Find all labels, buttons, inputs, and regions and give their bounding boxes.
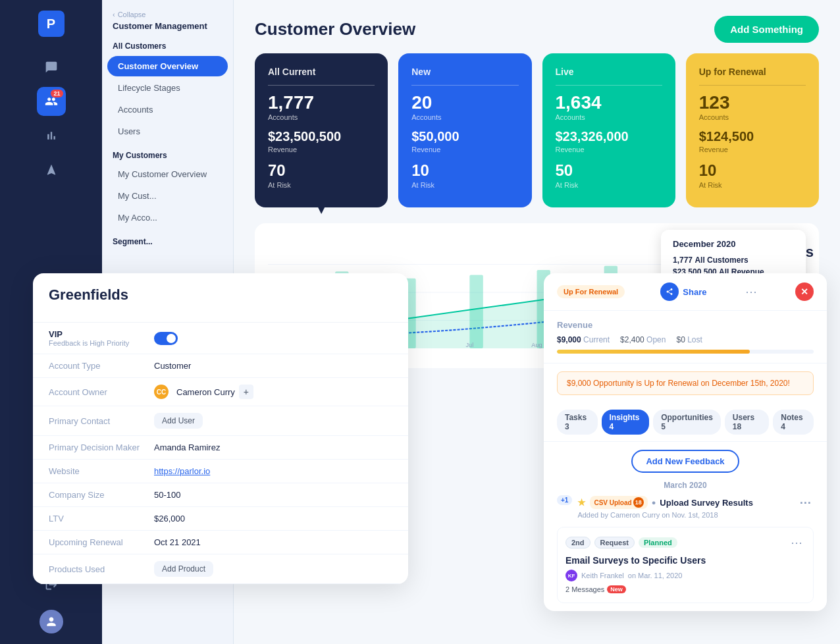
nav-item-label: Customer Overview — [118, 61, 198, 71]
ltv-label: LTV — [49, 514, 154, 523]
toggle-background — [154, 332, 178, 345]
add-product-button[interactable]: Add Product — [154, 561, 213, 577]
nav-panel-title: Customer Management — [102, 21, 233, 31]
messages-badge: 2 Messages New — [565, 585, 626, 593]
upload-meta: Added by Cameron Curry on Nov. 1st, 2018 — [577, 511, 814, 519]
nav-item-customer-overview[interactable]: Customer Overview — [107, 56, 228, 76]
revenue-current-label: Current — [583, 335, 610, 344]
revenue-open: $2,400 Open — [620, 335, 666, 344]
stat-card-live[interactable]: Live 1,634 Accounts $23,326,000 Revenue … — [542, 53, 675, 207]
add-user-button[interactable]: Add User — [154, 413, 203, 429]
tab-opportunities[interactable]: Opportunities 5 — [653, 410, 721, 435]
feedback-author-avatar: KF — [565, 570, 577, 581]
sidebar-icon-analytics[interactable] — [37, 121, 66, 150]
upload-title: ★ CSV Upload 18 ● Upload Survey Results … — [577, 495, 814, 510]
account-type-label: Account Type — [49, 361, 154, 371]
feedback-tags: 2nd Request Planned ⋯ — [565, 535, 805, 550]
nav-item-label: My Cust... — [118, 191, 157, 201]
chart-all-customers-value: 1,777 — [673, 255, 693, 265]
upload-more-options-icon[interactable]: ⋯ — [797, 495, 814, 510]
plus-one-badge: +1 — [557, 495, 572, 505]
company-size-value: 50-100 — [154, 490, 180, 500]
account-owner-label: Account Owner — [49, 387, 154, 397]
stat-at-risk-number: 10 — [699, 161, 806, 180]
chevron-left-icon: ‹ — [113, 11, 115, 18]
nav-item-my-cust[interactable]: My Cust... — [107, 186, 228, 206]
stat-revenue: $23,326,000 — [556, 129, 662, 144]
feedback-tag-num: 2nd — [565, 537, 591, 549]
stat-revenue: $23,500,500 — [268, 129, 375, 144]
revenue-current-amount: $9,000 — [557, 335, 581, 344]
stat-revenue-label: Revenue — [268, 146, 375, 153]
stat-accounts-label: Accounts — [411, 113, 518, 121]
revenue-bar-fill — [557, 350, 750, 354]
add-owner-button[interactable]: + — [239, 385, 253, 399]
sidebar-icon-chat[interactable] — [37, 53, 66, 82]
stat-divider — [699, 85, 806, 86]
upcoming-renewal-row: Upcoming Renewal Oct 21 2021 — [33, 531, 408, 554]
feedback-tag-planned: Planned — [639, 537, 677, 548]
stat-card-all-current[interactable]: All Current 1,777 Accounts $23,500,500 R… — [255, 53, 388, 207]
website-link[interactable]: https://parlor.io — [154, 466, 210, 476]
app-logo: P — [38, 11, 65, 37]
chart-tooltip-title: December 2020 — [673, 239, 794, 249]
nav-item-users[interactable]: Users — [107, 121, 228, 142]
company-size-row: Company Size 50-100 — [33, 483, 408, 507]
svg-rect-5 — [469, 275, 483, 348]
feedback-date: on Mar. 11, 2020 — [628, 572, 683, 579]
revenue-lost-amount: $0 — [676, 335, 685, 344]
primary-contact-label: Primary Contact — [49, 416, 154, 426]
decision-maker-row: Primary Decision Maker Amanda Ramirez — [33, 436, 408, 460]
vip-label: VIP Feedback is High Priority — [49, 329, 154, 347]
user-avatar-bottom[interactable] — [39, 610, 63, 633]
chart-all-customers-label: All Customers — [695, 255, 748, 265]
collapse-btn[interactable]: ‹ Collapse — [102, 11, 233, 18]
feedback-more-options-icon[interactable]: ⋯ — [788, 535, 805, 550]
stat-title: All Current — [268, 67, 375, 77]
tab-notes[interactable]: Notes 4 — [773, 410, 814, 435]
add-new-feedback-button[interactable]: Add New Feedback — [631, 450, 739, 473]
nav-item-my-acco[interactable]: My Acco... — [107, 207, 228, 228]
stats-row: All Current 1,777 Accounts $23,500,500 R… — [234, 53, 840, 223]
primary-contact-row: Primary Contact Add User — [33, 406, 408, 436]
stat-card-renewal[interactable]: Up for Renewal 123 Accounts $124,500 Rev… — [686, 53, 819, 207]
share-button[interactable]: Share — [660, 282, 706, 301]
account-type-row: Account Type Customer — [33, 354, 408, 378]
nav-item-my-customer-overview[interactable]: My Customer Overview — [107, 164, 228, 184]
stat-at-risk-number: 50 — [556, 161, 662, 180]
nav-item-accounts[interactable]: Accounts — [107, 99, 228, 120]
account-owner-row: Account Owner CC Cameron Curry + — [33, 378, 408, 406]
add-something-button[interactable]: Add Something — [714, 16, 819, 43]
vip-field-row: VIP Feedback is High Priority — [33, 323, 408, 354]
stat-divider — [556, 85, 662, 86]
nav-item-lifecycle-stages[interactable]: Lifecycle Stages — [107, 78, 228, 98]
dot-icon: ● — [652, 498, 656, 506]
stat-title: Live — [556, 67, 662, 77]
tab-users[interactable]: Users 18 — [725, 410, 769, 435]
csv-tag: CSV Upload 18 — [590, 496, 647, 509]
vip-toggle[interactable] — [154, 332, 178, 345]
segments-section: Segment... — [102, 229, 233, 249]
website-label: Website — [49, 466, 154, 476]
stat-at-risk-label: At Risk — [268, 181, 375, 189]
more-options-icon[interactable]: ⋯ — [743, 284, 760, 299]
revenue-lost: $0 Lost — [676, 335, 702, 344]
revenue-open-amount: $2,400 — [620, 335, 644, 344]
tab-tasks[interactable]: Tasks 3 — [557, 410, 598, 435]
upcoming-renewal-value: Oct 21 2021 — [154, 537, 201, 547]
close-button[interactable]: ✕ — [795, 282, 814, 301]
stat-card-new[interactable]: New 20 Accounts $50,000 Revenue 10 At Ri… — [398, 53, 531, 207]
sidebar-icon-customers[interactable]: 21 — [37, 87, 66, 116]
revenue-current: $9,000 Current — [557, 335, 610, 344]
alert-banner: $9,000 Opportunity is Up for Renewal on … — [557, 371, 814, 395]
stat-at-risk-label: At Risk — [699, 181, 806, 189]
all-customers-label: All Customers — [102, 41, 233, 51]
csv-label: CSV Upload — [594, 499, 631, 506]
insights-panel-header: Up For Renewal Share ⋯ ✕ — [544, 273, 827, 311]
stat-title: Up for Renewal — [699, 67, 806, 77]
stat-accounts-number: 1,634 — [556, 94, 662, 112]
sidebar-icon-navigation[interactable] — [37, 155, 66, 184]
customer-detail-header: Greenfields — [33, 273, 408, 323]
stat-revenue-label: Revenue — [699, 146, 806, 153]
tab-insights[interactable]: Insights 4 — [602, 410, 650, 435]
